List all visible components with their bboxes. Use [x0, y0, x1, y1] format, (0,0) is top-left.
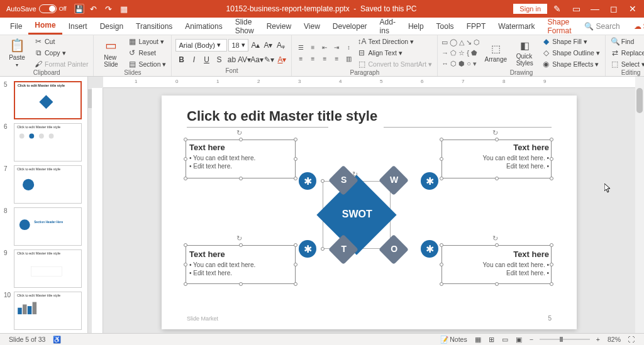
reset-button[interactable]: ↺Reset [126, 48, 167, 58]
share-button[interactable]: ☁ Share [634, 22, 644, 31]
font-color-button[interactable]: A▾ [276, 54, 287, 65]
rotate-handle-icon[interactable]: ↻ [492, 234, 501, 243]
menu-shapeformat[interactable]: Shape Format [541, 18, 578, 35]
view-sorter-icon[interactable]: ⊞ [485, 336, 498, 343]
find-button[interactable]: 🔍Find [609, 36, 644, 47]
rotate-handle-icon[interactable]: ↻ [492, 129, 501, 138]
justify-icon[interactable]: ≡ [331, 54, 341, 63]
minimize-icon[interactable]: — [586, 0, 604, 18]
paste-button[interactable]: 📋Paste▾ [4, 36, 30, 69]
menu-design[interactable]: Design [94, 18, 130, 35]
shape-fill-button[interactable]: ◆Shape Fill ▾ [540, 36, 601, 47]
shadow-button[interactable]: ab [226, 54, 237, 65]
zoom-in-icon[interactable]: + [592, 336, 604, 343]
menu-home[interactable]: Home [28, 18, 62, 35]
text-box-tr[interactable]: Text here You can edit text here.Edit te… [483, 143, 549, 170]
thumbnails-panel[interactable]: 5 Click to edit Master title style 6 Cli… [0, 77, 88, 333]
signin-button[interactable]: Sign in [513, 4, 547, 14]
indent-right-icon[interactable]: ⇥ [331, 43, 341, 52]
strike-button[interactable]: S [213, 54, 225, 65]
thumb-8[interactable]: Section Header Here [14, 207, 82, 246]
view-reading-icon[interactable]: ▭ [498, 336, 512, 343]
notes-button[interactable]: 📝 Notes [436, 336, 470, 344]
menu-addins[interactable]: Add-ins [374, 18, 402, 35]
increase-font-icon[interactable]: A▴ [250, 40, 261, 51]
close-icon[interactable]: ✕ [624, 0, 641, 18]
shapes-gallery[interactable]: ▭◯△↘⬡ →⬠☆{⬟ ↔⬡⬢○▾ [441, 36, 480, 69]
text-box-tl[interactable]: Text here You can edit text here.Edit te… [189, 143, 255, 170]
swot-dot-br[interactable]: ✱ [421, 240, 438, 258]
present-icon[interactable]: ▦ [118, 3, 130, 14]
indent-left-icon[interactable]: ⇤ [319, 43, 330, 52]
thumb-9[interactable]: Click to edit Master title style [14, 249, 82, 288]
bullets-icon[interactable]: ☰ [296, 43, 306, 52]
highlight-button[interactable]: ✎▾ [264, 54, 275, 65]
thumb-7[interactable]: Click to edit Master title style [14, 165, 82, 204]
align-text-button[interactable]: ⊟Align Text ▾ [356, 48, 433, 58]
autosave-toggle[interactable]: AutoSave Off [3, 4, 70, 13]
new-slide-button[interactable]: ▭New Slide [97, 36, 124, 69]
numbering-icon[interactable]: ≡ [308, 43, 318, 52]
shape-outline-button[interactable]: ◇Shape Outline ▾ [540, 48, 601, 58]
thumb-6[interactable]: Click to edit Master title style [14, 123, 82, 162]
rotate-handle-icon[interactable]: ↻ [236, 234, 245, 243]
menu-view[interactable]: View [297, 18, 326, 35]
undo-icon[interactable]: ↶ [88, 3, 99, 14]
menu-fppt[interactable]: FPPT [460, 18, 492, 35]
quick-styles-button[interactable]: ◧Quick Styles [511, 36, 538, 69]
spacing-button[interactable]: AV▾ [238, 54, 250, 65]
font-size-select[interactable]: 18 ▾ [228, 39, 248, 52]
search-box[interactable]: 🔍 Search [578, 22, 626, 31]
text-box-bl[interactable]: Text here You can edit text here.Edit te… [189, 249, 255, 277]
menu-file[interactable]: File [4, 18, 28, 35]
section-button[interactable]: ▤Section ▾ [126, 59, 167, 69]
text-direction-button[interactable]: ↕AText Direction ▾ [356, 36, 433, 47]
menu-slideshow[interactable]: Slide Show [229, 18, 260, 35]
slide-canvas[interactable]: Click to edit Master title style ↻ ↻ [162, 96, 577, 329]
menu-review[interactable]: Review [260, 18, 297, 35]
align-right-icon[interactable]: ≡ [319, 54, 330, 63]
zoom-out-icon[interactable]: − [526, 336, 537, 343]
decrease-font-icon[interactable]: A▾ [262, 40, 274, 51]
zoom-slider[interactable] [540, 339, 590, 340]
view-normal-icon[interactable]: ▦ [471, 336, 485, 343]
replace-button[interactable]: ⇄Replace ▾ [609, 48, 644, 58]
save-icon[interactable]: 💾 [74, 4, 84, 14]
text-box-br[interactable]: Text here You can edit text here.Edit te… [483, 249, 549, 277]
swot-dot-bl[interactable]: ✱ [299, 240, 316, 258]
menu-animations[interactable]: Animations [179, 18, 228, 35]
shape-effects-button[interactable]: ◉Shape Effects ▾ [540, 59, 601, 69]
cut-button[interactable]: ✂Cut [33, 36, 89, 47]
thumb-10[interactable]: Click to edit Master title style [14, 292, 82, 330]
case-button[interactable]: Aa▾ [251, 54, 262, 65]
arrange-button[interactable]: ⬚Arrange [482, 36, 509, 69]
menu-developer[interactable]: Developer [326, 18, 374, 35]
layout-button[interactable]: ▦Layout ▾ [126, 36, 167, 47]
align-left-icon[interactable]: ≡ [296, 54, 306, 63]
ribbon-mode-icon[interactable]: ▭ [567, 0, 585, 18]
select-button[interactable]: ⬚Select ▾ [609, 59, 644, 69]
copy-button[interactable]: ⧉Copy ▾ [33, 48, 89, 58]
accessibility-icon[interactable]: ♿ [49, 336, 65, 344]
slide-counter[interactable]: Slide 5 of 33 [5, 336, 49, 343]
fit-window-icon[interactable]: ⛶ [625, 336, 639, 343]
line-spacing-icon[interactable]: ↕ [343, 43, 353, 52]
format-painter-button[interactable]: 🖌Format Painter [33, 59, 89, 69]
clear-format-icon[interactable]: Aᵩ [275, 40, 286, 51]
ribbon-display-icon[interactable]: ✎ [548, 0, 566, 18]
slide-title[interactable]: Click to edit Master title style [187, 108, 377, 124]
vertical-scrollbar[interactable] [635, 77, 644, 333]
align-center-icon[interactable]: ≡ [308, 54, 318, 63]
menu-insert[interactable]: Insert [62, 18, 94, 35]
smartart-button[interactable]: ⬚Convert to SmartArt ▾ [356, 59, 433, 69]
underline-button[interactable]: U [201, 54, 212, 65]
swot-dot-tl[interactable]: ✱ [299, 172, 316, 190]
font-family-select[interactable]: Arial (Body) ▾ [175, 39, 227, 52]
italic-button[interactable]: I [188, 54, 199, 65]
redo-icon[interactable]: ↷ [103, 3, 114, 14]
menu-watermark[interactable]: Watermark [492, 18, 541, 35]
thumb-5[interactable]: Click to edit Master title style [14, 81, 82, 119]
bold-button[interactable]: B [175, 54, 187, 65]
columns-icon[interactable]: ▥ [343, 54, 353, 63]
swot-dot-tr[interactable]: ✱ [421, 172, 438, 190]
